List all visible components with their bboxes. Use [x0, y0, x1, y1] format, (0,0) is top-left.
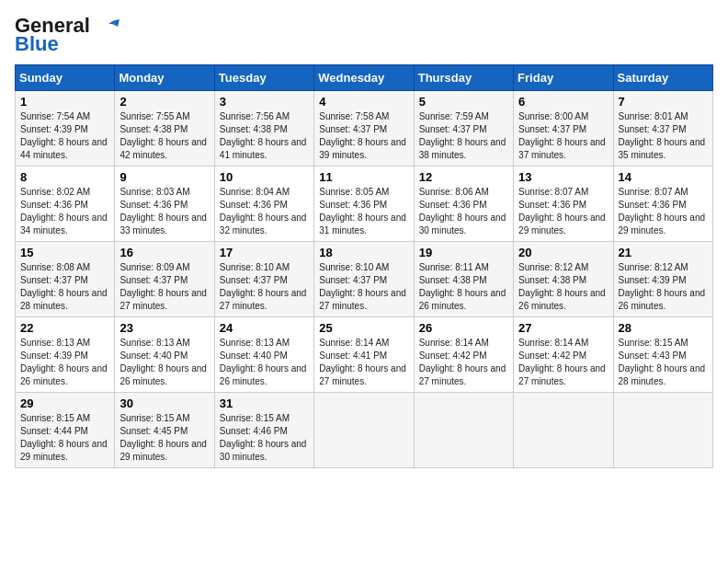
calendar-week-3: 15 Sunrise: 8:08 AMSunset: 4:37 PMDaylig… — [16, 242, 713, 317]
day-number: 14 — [619, 170, 708, 184]
day-number: 12 — [419, 170, 508, 184]
day-info: Sunrise: 8:15 AMSunset: 4:43 PMDaylight:… — [619, 337, 708, 388]
calendar-cell: 13 Sunrise: 8:07 AMSunset: 4:36 PMDaylig… — [514, 167, 613, 242]
day-number: 11 — [319, 170, 408, 184]
day-info: Sunrise: 8:05 AMSunset: 4:36 PMDaylight:… — [319, 186, 408, 237]
day-number: 24 — [220, 321, 309, 335]
calendar-week-2: 8 Sunrise: 8:02 AMSunset: 4:36 PMDayligh… — [16, 167, 713, 242]
day-info: Sunrise: 8:04 AMSunset: 4:36 PMDaylight:… — [220, 186, 309, 237]
day-number: 27 — [518, 321, 608, 335]
day-number: 18 — [319, 246, 408, 259]
day-info: Sunrise: 8:13 AMSunset: 4:39 PMDaylight:… — [20, 337, 109, 388]
logo-blue: Blue — [15, 33, 59, 55]
calendar-week-5: 29 Sunrise: 8:15 AMSunset: 4:44 PMDaylig… — [16, 393, 713, 468]
day-info: Sunrise: 8:15 AMSunset: 4:44 PMDaylight:… — [20, 412, 109, 464]
day-number: 15 — [20, 246, 109, 259]
calendar-week-4: 22 Sunrise: 8:13 AMSunset: 4:39 PMDaylig… — [16, 317, 713, 393]
day-info: Sunrise: 7:54 AMSunset: 4:39 PMDaylight:… — [20, 110, 109, 162]
calendar-cell: 9 Sunrise: 8:03 AMSunset: 4:36 PMDayligh… — [115, 167, 214, 242]
calendar-cell: 10 Sunrise: 8:04 AMSunset: 4:36 PMDaylig… — [214, 167, 313, 242]
calendar-cell: 16 Sunrise: 8:09 AMSunset: 4:37 PMDaylig… — [115, 242, 214, 317]
day-info: Sunrise: 7:56 AMSunset: 4:38 PMDaylight:… — [220, 110, 309, 162]
calendar-cell: 23 Sunrise: 8:13 AMSunset: 4:40 PMDaylig… — [115, 317, 214, 393]
calendar-cell: 8 Sunrise: 8:02 AMSunset: 4:36 PMDayligh… — [16, 167, 115, 242]
day-number: 23 — [119, 321, 209, 335]
day-number: 4 — [319, 95, 408, 109]
day-info: Sunrise: 7:55 AMSunset: 4:38 PMDaylight:… — [119, 110, 209, 162]
day-info: Sunrise: 8:08 AMSunset: 4:37 PMDaylight:… — [20, 261, 109, 313]
calendar-table: SundayMondayTuesdayWednesdayThursdayFrid… — [15, 64, 713, 468]
day-info: Sunrise: 8:15 AMSunset: 4:46 PMDaylight:… — [220, 412, 309, 464]
day-info: Sunrise: 7:59 AMSunset: 4:37 PMDaylight:… — [419, 110, 508, 162]
day-info: Sunrise: 8:07 AMSunset: 4:36 PMDaylight:… — [619, 186, 708, 237]
calendar-cell: 4 Sunrise: 7:58 AMSunset: 4:37 PMDayligh… — [314, 91, 414, 167]
calendar-week-1: 1 Sunrise: 7:54 AMSunset: 4:39 PMDayligh… — [16, 91, 713, 167]
calendar-cell: 26 Sunrise: 8:14 AMSunset: 4:42 PMDaylig… — [414, 317, 513, 393]
day-number: 21 — [619, 246, 708, 259]
day-info: Sunrise: 8:15 AMSunset: 4:45 PMDaylight:… — [119, 412, 209, 464]
calendar-cell — [613, 393, 712, 468]
day-info: Sunrise: 8:14 AMSunset: 4:41 PMDaylight:… — [319, 337, 408, 388]
weekday-header-saturday: Saturday — [613, 65, 712, 91]
day-number: 25 — [319, 321, 408, 335]
day-number: 6 — [518, 95, 608, 109]
calendar-cell: 15 Sunrise: 8:08 AMSunset: 4:37 PMDaylig… — [16, 242, 115, 317]
calendar-cell: 27 Sunrise: 8:14 AMSunset: 4:42 PMDaylig… — [514, 317, 613, 393]
calendar-cell: 19 Sunrise: 8:11 AMSunset: 4:38 PMDaylig… — [414, 242, 513, 317]
calendar-cell: 24 Sunrise: 8:13 AMSunset: 4:40 PMDaylig… — [214, 317, 313, 393]
calendar-cell: 30 Sunrise: 8:15 AMSunset: 4:45 PMDaylig… — [115, 393, 214, 468]
day-number: 16 — [119, 246, 209, 259]
calendar-cell: 21 Sunrise: 8:12 AMSunset: 4:39 PMDaylig… — [613, 242, 712, 317]
day-number: 17 — [220, 246, 309, 259]
day-number: 10 — [220, 170, 309, 184]
day-number: 20 — [518, 246, 608, 259]
day-number: 3 — [220, 95, 309, 109]
weekday-header-friday: Friday — [514, 65, 613, 91]
calendar-cell: 11 Sunrise: 8:05 AMSunset: 4:36 PMDaylig… — [314, 167, 414, 242]
day-number: 19 — [419, 246, 508, 259]
day-number: 8 — [20, 170, 109, 184]
day-info: Sunrise: 7:58 AMSunset: 4:37 PMDaylight:… — [319, 110, 408, 162]
calendar-cell: 31 Sunrise: 8:15 AMSunset: 4:46 PMDaylig… — [214, 393, 313, 468]
day-info: Sunrise: 8:14 AMSunset: 4:42 PMDaylight:… — [518, 337, 608, 388]
logo: General Blue — [15, 15, 119, 55]
day-number: 13 — [518, 170, 608, 184]
calendar-cell: 28 Sunrise: 8:15 AMSunset: 4:43 PMDaylig… — [613, 317, 712, 393]
day-info: Sunrise: 8:02 AMSunset: 4:36 PMDaylight:… — [20, 186, 109, 237]
day-number: 1 — [20, 95, 109, 109]
calendar-cell: 6 Sunrise: 8:00 AMSunset: 4:37 PMDayligh… — [514, 91, 613, 167]
weekday-header-sunday: Sunday — [16, 65, 115, 91]
day-info: Sunrise: 8:14 AMSunset: 4:42 PMDaylight:… — [419, 337, 508, 388]
day-number: 29 — [20, 396, 109, 410]
weekday-header-tuesday: Tuesday — [214, 65, 313, 91]
day-info: Sunrise: 8:07 AMSunset: 4:36 PMDaylight:… — [518, 186, 608, 237]
calendar-cell: 18 Sunrise: 8:10 AMSunset: 4:37 PMDaylig… — [314, 242, 414, 317]
day-number: 9 — [119, 170, 209, 184]
calendar-cell: 25 Sunrise: 8:14 AMSunset: 4:41 PMDaylig… — [314, 317, 414, 393]
calendar-cell: 29 Sunrise: 8:15 AMSunset: 4:44 PMDaylig… — [16, 393, 115, 468]
day-info: Sunrise: 8:03 AMSunset: 4:36 PMDaylight:… — [119, 186, 209, 237]
logo-bird-icon — [92, 16, 119, 36]
calendar-header-row: SundayMondayTuesdayWednesdayThursdayFrid… — [16, 65, 713, 91]
day-info: Sunrise: 8:10 AMSunset: 4:37 PMDaylight:… — [220, 261, 309, 313]
calendar-cell: 20 Sunrise: 8:12 AMSunset: 4:38 PMDaylig… — [514, 242, 613, 317]
calendar-cell: 1 Sunrise: 7:54 AMSunset: 4:39 PMDayligh… — [16, 91, 115, 167]
calendar-cell: 17 Sunrise: 8:10 AMSunset: 4:37 PMDaylig… — [214, 242, 313, 317]
calendar-body: 1 Sunrise: 7:54 AMSunset: 4:39 PMDayligh… — [16, 91, 713, 468]
calendar-cell — [414, 393, 513, 468]
day-info: Sunrise: 8:10 AMSunset: 4:37 PMDaylight:… — [319, 261, 408, 313]
weekday-header-wednesday: Wednesday — [314, 65, 414, 91]
calendar-cell: 2 Sunrise: 7:55 AMSunset: 4:38 PMDayligh… — [115, 91, 214, 167]
day-info: Sunrise: 8:06 AMSunset: 4:36 PMDaylight:… — [419, 186, 508, 237]
calendar-cell — [514, 393, 613, 468]
calendar-cell: 22 Sunrise: 8:13 AMSunset: 4:39 PMDaylig… — [16, 317, 115, 393]
day-info: Sunrise: 8:11 AMSunset: 4:38 PMDaylight:… — [419, 261, 508, 313]
day-info: Sunrise: 8:12 AMSunset: 4:39 PMDaylight:… — [619, 261, 708, 313]
day-number: 2 — [119, 95, 209, 109]
header: General Blue — [15, 15, 713, 55]
day-number: 28 — [619, 321, 708, 335]
weekday-header-monday: Monday — [115, 65, 214, 91]
day-info: Sunrise: 8:09 AMSunset: 4:37 PMDaylight:… — [119, 261, 209, 313]
calendar-cell: 12 Sunrise: 8:06 AMSunset: 4:36 PMDaylig… — [414, 167, 513, 242]
day-info: Sunrise: 8:13 AMSunset: 4:40 PMDaylight:… — [220, 337, 309, 388]
